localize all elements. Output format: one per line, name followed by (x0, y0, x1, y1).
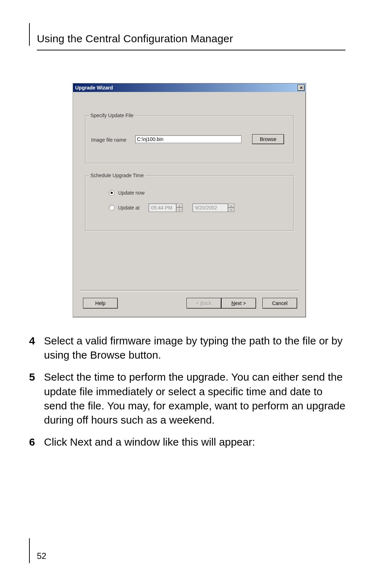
image-file-name-input[interactable] (135, 135, 242, 143)
step-6-number: 6 (29, 435, 44, 449)
back-button-label: < Back (196, 300, 211, 306)
update-now-radio[interactable] (109, 190, 115, 196)
date-value: 9/20/2002 (193, 203, 228, 212)
next-button-label: Next > (232, 300, 246, 306)
browse-button[interactable]: Browse (252, 134, 284, 144)
back-button[interactable]: < Back (187, 298, 221, 309)
instruction-steps: 4 Select a valid firmware image by typin… (29, 334, 348, 457)
time-spinner-buttons[interactable]: ▲ ▼ (176, 203, 183, 212)
dialog-title: Upgrade Wizard (75, 85, 298, 91)
header-horizontal-rule (37, 50, 345, 50)
page: Using the Central Configuration Manager … (0, 0, 383, 588)
update-at-option[interactable]: Update at (109, 205, 140, 211)
step-6-text: Click Next and a window like this will a… (44, 435, 348, 449)
footer-vertical-rule (29, 538, 30, 563)
upgrade-wizard-dialog: Upgrade Wizard ✕ Specify Update File Ima… (73, 83, 306, 317)
next-button[interactable]: Next > (221, 298, 256, 309)
cancel-button[interactable]: Cancel (262, 298, 297, 309)
update-at-label: Update at (118, 205, 140, 211)
step-5-number: 5 (29, 370, 44, 427)
step-6: 6 Click Next and a window like this will… (29, 435, 348, 449)
time-value: 05:44 PM (149, 203, 176, 212)
dialog-body: Specify Update File Image file name Brow… (73, 92, 306, 317)
time-down-icon[interactable]: ▼ (176, 208, 183, 212)
step-5-text: Select the time to perform the upgrade. … (44, 370, 348, 427)
date-down-icon[interactable]: ▼ (228, 208, 234, 212)
update-now-label: Update now (118, 190, 145, 196)
header-vertical-rule (29, 23, 30, 46)
date-up-icon[interactable]: ▲ (228, 203, 234, 208)
titlebar: Upgrade Wizard ✕ (73, 83, 306, 92)
date-spinner-buttons[interactable]: ▲ ▼ (228, 203, 234, 212)
specify-update-file-group: Specify Update File Image file name Brow… (85, 115, 294, 163)
close-icon: ✕ (300, 86, 303, 90)
step-5: 5 Select the time to perform the upgrade… (29, 370, 348, 427)
time-spinner[interactable]: 05:44 PM ▲ ▼ (149, 203, 183, 212)
step-4-text: Select a valid firmware image by typing … (44, 334, 348, 362)
close-button[interactable]: ✕ (298, 85, 305, 91)
page-number: 52 (37, 551, 46, 561)
chapter-title: Using the Central Configuration Manager (37, 33, 233, 45)
specify-update-file-legend: Specify Update File (89, 113, 135, 118)
update-now-option[interactable]: Update now (109, 190, 145, 196)
step-4: 4 Select a valid firmware image by typin… (29, 334, 348, 362)
schedule-upgrade-time-legend: Schedule Upgrade Time (89, 173, 145, 178)
help-button[interactable]: Help (83, 298, 118, 309)
help-button-label: Help (95, 300, 106, 306)
browse-button-label: Browse (260, 136, 277, 142)
step-4-number: 4 (29, 334, 44, 362)
time-up-icon[interactable]: ▲ (176, 203, 183, 208)
cancel-button-label: Cancel (272, 300, 288, 306)
update-at-radio[interactable] (109, 205, 115, 211)
date-spinner[interactable]: 9/20/2002 ▲ ▼ (193, 203, 234, 212)
schedule-upgrade-time-group: Schedule Upgrade Time Update now Update … (85, 175, 294, 231)
button-separator (80, 290, 299, 292)
image-file-name-label: Image file name (91, 137, 127, 143)
